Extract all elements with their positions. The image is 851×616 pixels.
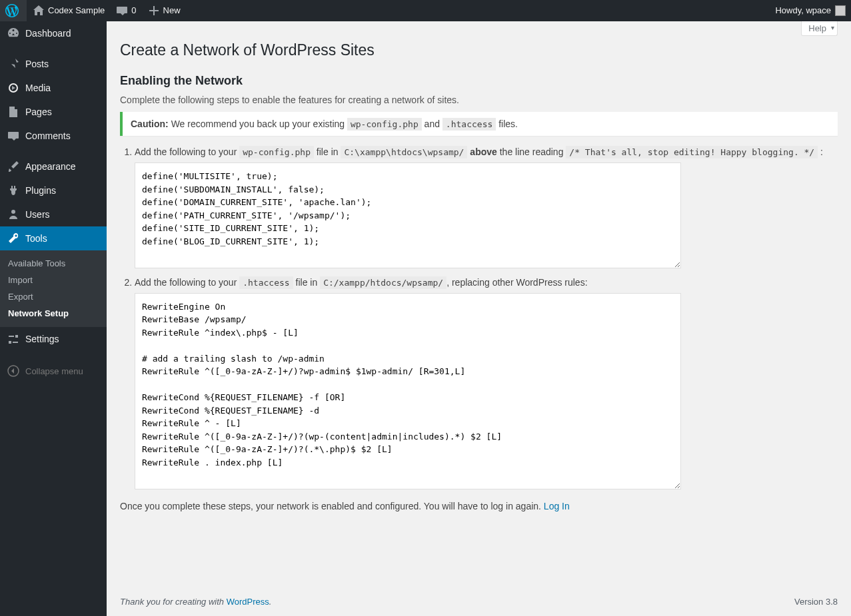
intro-text: Complete the following steps to enable t… — [120, 95, 838, 105]
home-icon — [32, 4, 45, 17]
pin-icon — [7, 57, 20, 71]
sidebar-item-pages[interactable]: Pages — [0, 100, 107, 124]
step-1: Add the following to your wp-config.php … — [135, 147, 838, 270]
htaccess-code: .htaccess — [442, 118, 496, 131]
sidebar-item-media[interactable]: Media — [0, 76, 107, 100]
page-title: Create a Network of WordPress Sites — [120, 28, 838, 66]
sidebar-item-label: Posts — [25, 59, 49, 69]
footer: Thank you for creating with WordPress. V… — [107, 587, 851, 616]
page-icon — [7, 105, 20, 119]
submenu-export[interactable]: Export — [0, 288, 107, 305]
site-name-label: Codex Sample — [48, 0, 105, 21]
svg-point-1 — [11, 210, 15, 214]
wp-logo[interactable] — [0, 0, 27, 21]
sidebar-item-label: Dashboard — [25, 28, 71, 39]
media-icon — [7, 81, 20, 95]
plus-icon — [147, 4, 161, 17]
sidebar-item-plugins[interactable]: Plugins — [0, 178, 107, 202]
comment-icon — [115, 4, 129, 17]
caution-notice: Caution: We recommend you back up your e… — [120, 112, 838, 136]
plugin-icon — [7, 184, 20, 197]
sidebar-item-appearance[interactable]: Appearance — [0, 154, 107, 178]
submenu-available-tools[interactable]: Available Tools — [0, 255, 107, 272]
new-label: New — [163, 0, 181, 21]
tools-submenu: Available Tools Import Export Network Se… — [0, 250, 107, 327]
sidebar-item-label: Settings — [25, 334, 59, 344]
sidebar-item-label: Appearance — [25, 161, 76, 172]
new-content[interactable]: New — [142, 0, 186, 21]
step-2: Add the following to your .htaccess file… — [135, 277, 838, 491]
wordpress-icon — [5, 4, 19, 17]
sidebar-item-dashboard[interactable]: Dashboard — [0, 21, 107, 45]
sidebar-item-label: Pages — [25, 107, 52, 117]
avatar — [835, 5, 846, 16]
dashboard-icon — [7, 27, 20, 40]
admin-toolbar: Codex Sample 0 New Howdy, wpace — [0, 0, 851, 21]
sidebar-item-label: Plugins — [25, 185, 56, 196]
wpconfig-textarea[interactable] — [135, 162, 681, 268]
collapse-icon — [7, 364, 20, 378]
wrench-icon — [7, 232, 20, 245]
comments-count: 0 — [131, 0, 136, 21]
howdy-text: Howdy, wpace — [775, 0, 831, 21]
htaccess-textarea[interactable] — [135, 293, 681, 489]
admin-menu: Dashboard Posts Media Pages Comments App… — [0, 21, 107, 616]
sidebar-item-comments[interactable]: Comments — [0, 124, 107, 148]
sidebar-item-users[interactable]: Users — [0, 202, 107, 226]
submenu-import[interactable]: Import — [0, 272, 107, 288]
user-icon — [7, 208, 20, 221]
sidebar-item-label: Comments — [25, 131, 71, 141]
wpconfig-code: wp-config.php — [347, 118, 422, 131]
caution-label: Caution: — [131, 119, 169, 129]
sidebar-item-label: Tools — [25, 233, 47, 244]
sidebar-item-posts[interactable]: Posts — [0, 52, 107, 76]
version-text: Version 3.8 — [794, 597, 838, 607]
my-account[interactable]: Howdy, wpace — [770, 0, 851, 21]
final-text: Once you complete these steps, your netw… — [120, 501, 838, 511]
page-subhead: Enabling the Network — [120, 74, 838, 88]
site-name[interactable]: Codex Sample — [27, 0, 110, 21]
help-tab[interactable]: Help — [801, 21, 838, 36]
collapse-label: Collapse menu — [25, 366, 83, 376]
steps-list: Add the following to your wp-config.php … — [135, 147, 838, 491]
login-link[interactable]: Log In — [544, 501, 570, 511]
sidebar-item-settings[interactable]: Settings — [0, 327, 107, 351]
collapse-menu[interactable]: Collapse menu — [0, 358, 107, 384]
sidebar-item-label: Users — [25, 209, 50, 220]
brush-icon — [7, 160, 20, 173]
comments-link[interactable]: 0 — [110, 0, 141, 21]
sliders-icon — [7, 332, 20, 346]
sidebar-item-tools[interactable]: Tools — [0, 226, 107, 250]
comment-icon — [7, 129, 20, 143]
submenu-network-setup[interactable]: Network Setup — [0, 305, 107, 322]
sidebar-item-label: Media — [25, 83, 51, 93]
wordpress-link[interactable]: WordPress — [227, 597, 269, 607]
